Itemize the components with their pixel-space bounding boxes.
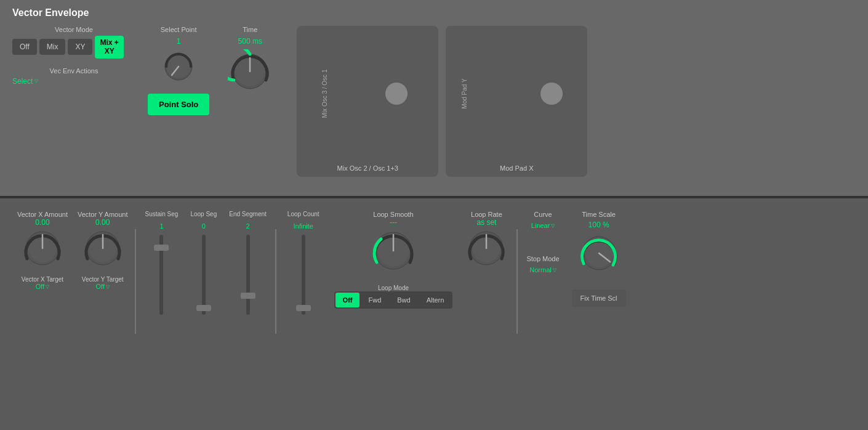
- end-segment-label: End Segment: [229, 211, 267, 217]
- sustain-seg-slider[interactable]: [159, 235, 163, 315]
- time-scale-group: Time Scale 100 % Fix Time Scl: [566, 211, 632, 307]
- loop-seg-slider[interactable]: [202, 235, 206, 315]
- select-point-label: Select Point: [161, 26, 197, 33]
- bottom-row: Vector X Amount 0.00 Vector X Target Off…: [12, 211, 856, 334]
- stop-mode-value: Normal: [529, 266, 551, 274]
- vec-x-target-dropdown[interactable]: Off ▽: [36, 283, 49, 290]
- vec-x-target-arrow: ▽: [46, 284, 49, 290]
- curve-arrow: ▽: [551, 223, 555, 229]
- loop-rate-knob[interactable]: [465, 227, 508, 270]
- left-controls: Vector Mode Off Mix XY Mix +XY Vec Env A…: [12, 26, 135, 86]
- curve-dropdown[interactable]: Linear ▽: [531, 222, 555, 229]
- loop-smooth-label: Loop Smooth: [373, 211, 413, 218]
- loop-seg-group: Loop Seg 0: [184, 211, 223, 315]
- vector-mode-label: Vector Mode: [12, 26, 135, 33]
- vec-y-amount-group: Vector Y Amount 0.00 Vector Y Target Off…: [73, 211, 133, 290]
- time-scale-value: 100 %: [589, 221, 609, 229]
- time-scale-knob[interactable]: [577, 232, 621, 275]
- mode-mix-button[interactable]: Mix: [39, 39, 66, 55]
- loop-count-slider[interactable]: [302, 235, 305, 315]
- loop-rate-label: Loop Rate: [471, 211, 502, 218]
- loop-seg-label: Loop Seg: [190, 211, 217, 217]
- xy-pads: Mix Osc 3 / Osc 1 Mix Osc 2 / Osc 1+3 Mo…: [297, 26, 587, 177]
- vec-y-target-label: Vector Y Target: [82, 276, 124, 283]
- loop-mode-altern-button[interactable]: Altern: [419, 293, 452, 307]
- mode-mix-xy-button[interactable]: Mix +XY: [95, 36, 123, 59]
- vec-x-target-value: Off: [36, 283, 44, 290]
- sustain-seg-label: Sustain Seg: [145, 211, 178, 217]
- vec-x-amount-label: Vector X Amount: [17, 211, 68, 218]
- time-scale-label: Time Scale: [582, 211, 616, 218]
- end-segment-value: 2: [246, 222, 249, 230]
- loop-smooth-value: ---: [390, 218, 397, 227]
- end-segment-group: End Segment 2: [223, 211, 273, 315]
- mode-xy-button[interactable]: XY: [68, 39, 92, 55]
- vec-x-amount-value: 0.00: [35, 218, 49, 227]
- vec-y-amount-value: 0.00: [95, 218, 110, 227]
- loop-count-value: Infinite: [294, 222, 313, 230]
- stop-mode-dropdown[interactable]: Normal ▽: [529, 266, 556, 274]
- panel-title: Vector Envelope: [12, 7, 856, 18]
- select-point-value: 1: [177, 37, 181, 46]
- sustain-seg-group: Sustain Seg 1: [139, 211, 184, 315]
- xy-pad-1[interactable]: Mix Osc 3 / Osc 1 Mix Osc 2 / Osc 1+3: [297, 26, 438, 177]
- vec-x-amount-knob[interactable]: [21, 227, 64, 270]
- loop-mode-buttons: Off Fwd Bwd Altern: [334, 291, 453, 309]
- fix-time-scl-button[interactable]: Fix Time Scl: [572, 290, 626, 307]
- time-container: Time 500 ms: [228, 26, 272, 94]
- stop-mode-arrow: ▽: [553, 267, 557, 273]
- divider-1: [135, 229, 136, 334]
- vec-y-target-value: Off: [95, 283, 104, 290]
- mode-off-button[interactable]: Off: [12, 39, 37, 55]
- xy-pad-1-bottom-label: Mix Osc 2 / Osc 1+3: [297, 161, 438, 177]
- sustain-seg-value: 1: [159, 222, 163, 230]
- loop-seg-value: 0: [202, 222, 206, 230]
- loop-mode-bwd-button[interactable]: Bwd: [390, 293, 417, 307]
- loop-smooth-group: Loop Smooth --- Loop Mode Off F: [328, 211, 459, 309]
- point-solo-button[interactable]: Point Solo: [148, 94, 209, 115]
- vec-env-actions-arrow: ▽: [34, 78, 38, 84]
- xy-pad-2-dot: [540, 83, 563, 105]
- end-segment-slider[interactable]: [246, 235, 250, 315]
- divider-2: [275, 229, 276, 334]
- vec-y-amount-label: Vector Y Amount: [78, 211, 128, 218]
- vec-x-amount-group: Vector X Amount 0.00 Vector X Target Off…: [12, 211, 73, 290]
- loop-rate-group: Loop Rate as set: [459, 211, 514, 270]
- loop-count-label: Loop Count: [287, 211, 319, 217]
- xy-pad-1-inner[interactable]: Mix Osc 3 / Osc 1: [297, 26, 438, 161]
- vec-env-actions-label: Vec Env Actions: [12, 67, 135, 75]
- stop-mode-label: Stop Mode: [526, 255, 559, 262]
- select-point-knob[interactable]: [161, 49, 196, 84]
- loop-mode-off-button[interactable]: Off: [336, 293, 360, 307]
- vec-x-target-label: Vector X Target: [22, 276, 63, 283]
- xy-pad-1-side-label: Mix Osc 3 / Osc 1: [321, 69, 328, 118]
- vec-env-actions-value: Select: [12, 77, 33, 86]
- vector-mode-section: Vector Mode Off Mix XY Mix +XY: [12, 26, 135, 59]
- loop-rate-value: as set: [476, 218, 496, 227]
- time-knob[interactable]: [228, 49, 272, 94]
- xy-pad-2-inner[interactable]: Mod Pad Y: [446, 26, 587, 161]
- curve-label: Curve: [534, 211, 552, 218]
- vec-y-target-dropdown[interactable]: Off ▽: [95, 283, 109, 290]
- xy-pad-2-bottom-label: Mod Pad X: [446, 161, 587, 177]
- select-point-container: Select Point 1 Point Solo: [148, 26, 209, 115]
- loop-smooth-knob[interactable]: [369, 227, 417, 275]
- top-panel: Vector Envelope Vector Mode Off Mix XY M…: [0, 0, 868, 196]
- vec-env-actions-section: Vec Env Actions Select ▽: [12, 67, 135, 86]
- xy-pad-1-dot: [385, 83, 408, 105]
- curve-stop-group: Curve Linear ▽ Stop Mode Normal ▽: [520, 211, 565, 274]
- vec-y-target-arrow: ▽: [106, 284, 110, 290]
- vec-y-amount-knob[interactable]: [81, 227, 124, 270]
- loop-mode-label: Loop Mode: [378, 285, 409, 291]
- time-label: Time: [243, 26, 257, 33]
- knob-section: Select Point 1 Point Solo Time: [148, 26, 272, 115]
- xy-pad-2-side-label: Mod Pad Y: [461, 78, 468, 108]
- divider-3: [516, 229, 518, 334]
- loop-mode-fwd-button[interactable]: Fwd: [361, 293, 388, 307]
- xy-pad-2[interactable]: Mod Pad Y Mod Pad X: [446, 26, 587, 177]
- curve-value: Linear: [531, 222, 550, 229]
- time-value: 500 ms: [238, 37, 262, 46]
- loop-count-group: Loop Count Infinite: [279, 211, 328, 315]
- vec-env-actions-dropdown[interactable]: Select ▽: [12, 77, 135, 86]
- vector-mode-buttons: Off Mix XY Mix +XY: [12, 36, 135, 59]
